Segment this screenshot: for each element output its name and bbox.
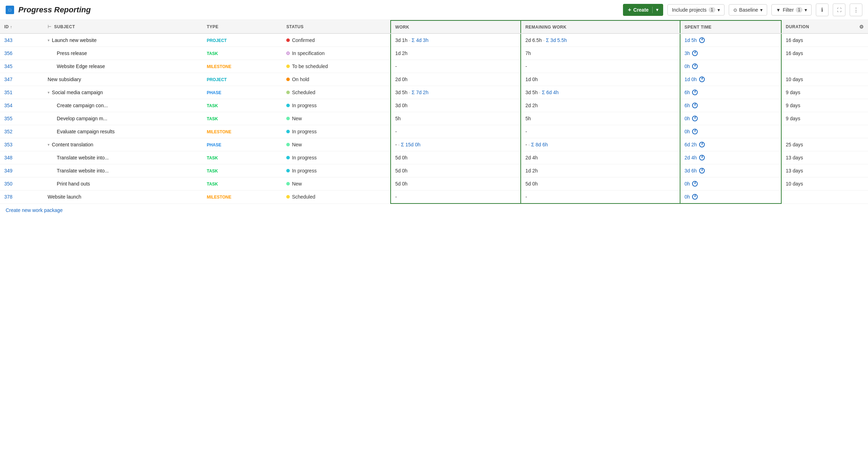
cell-type: MILESTONE — [202, 60, 282, 73]
expand-arrow[interactable]: ▾ — [48, 142, 50, 147]
th-duration[interactable]: DURATION ⚙ — [781, 20, 868, 34]
cell-status: In progress — [282, 125, 391, 138]
cell-spent: 0h — [680, 177, 781, 190]
clock-icon[interactable] — [699, 168, 705, 174]
cell-id[interactable]: 352 — [0, 125, 43, 138]
clock-icon[interactable] — [699, 37, 705, 43]
spent-link[interactable]: 1d 0h — [685, 77, 697, 82]
cell-id[interactable]: 350 — [0, 177, 43, 190]
cell-id[interactable]: 349 — [0, 164, 43, 177]
clock-icon[interactable] — [692, 63, 698, 69]
remaining-sigma[interactable]: Σ 6d 4h — [542, 90, 559, 95]
table-row: 350Print hand outsTASKNew5d 0h5d 0h0h10 … — [0, 177, 868, 190]
baseline-button[interactable]: ⊙ Baseline ▾ — [729, 4, 768, 16]
create-label: Create — [633, 7, 649, 13]
spent-link[interactable]: 6h — [685, 90, 690, 95]
clock-icon[interactable] — [692, 90, 698, 95]
subject-indent-icon: ⊢ — [48, 24, 51, 29]
subject-text: Translate website into... — [57, 168, 109, 174]
spent-link[interactable]: 2d 4h — [685, 155, 697, 160]
expand-arrow[interactable]: ▾ — [48, 38, 50, 43]
gear-icon[interactable]: ⚙ — [859, 24, 864, 30]
cell-work: 3d 5h · Σ 7d 2h — [391, 86, 521, 99]
cell-status: To be scheduled — [282, 60, 391, 73]
subject-text: Content translation — [52, 142, 93, 147]
clock-icon[interactable] — [692, 181, 698, 187]
cell-id[interactable]: 345 — [0, 60, 43, 73]
expand-arrow[interactable]: ▾ — [48, 90, 50, 95]
cell-subject: New subsidiary — [43, 73, 202, 86]
clock-icon[interactable] — [699, 142, 705, 147]
include-projects-chevron: ▾ — [717, 7, 720, 13]
type-label: PROJECT — [207, 77, 227, 82]
spent-link[interactable]: 3h — [685, 50, 690, 56]
th-spent[interactable]: SPENT TIME — [680, 20, 781, 34]
remaining-sigma[interactable]: Σ 3d 5.5h — [546, 37, 567, 43]
remaining-sigma[interactable]: Σ 8d 6h — [531, 142, 548, 147]
status-dot — [286, 117, 290, 120]
cell-duration — [781, 190, 868, 204]
fullscreen-button[interactable]: ⛶ — [833, 4, 845, 16]
cell-remaining: - — [521, 190, 680, 204]
spent-link[interactable]: 1d 5h — [685, 37, 697, 43]
status-dot — [286, 78, 290, 81]
cell-id[interactable]: 378 — [0, 190, 43, 204]
clock-icon[interactable] — [699, 155, 705, 160]
work-sigma[interactable]: Σ 7d 2h — [412, 90, 429, 95]
spent-link[interactable]: 6d 2h — [685, 142, 697, 147]
work-value: - — [395, 142, 397, 147]
th-remaining[interactable]: REMAINING WORK — [521, 20, 680, 34]
th-type[interactable]: TYPE — [202, 20, 282, 34]
cell-id[interactable]: 348 — [0, 151, 43, 164]
cell-id[interactable]: 356 — [0, 47, 43, 60]
work-sigma[interactable]: Σ 15d 0h — [401, 142, 420, 147]
status-dot — [286, 195, 290, 199]
filter-button[interactable]: ▼ Filter 1 ▾ — [771, 4, 812, 16]
clock-icon[interactable] — [692, 50, 698, 56]
create-new-work-package-link[interactable]: Create new work package — [0, 204, 868, 217]
cell-duration: 10 days — [781, 177, 868, 190]
spent-link[interactable]: 0h — [685, 194, 690, 200]
th-id[interactable]: ID ↑ — [0, 20, 43, 34]
cell-id[interactable]: 343 — [0, 34, 43, 47]
cell-duration: 9 days — [781, 86, 868, 99]
spent-link[interactable]: 0h — [685, 181, 690, 187]
cell-spent: 6h — [680, 99, 781, 112]
table-row: 353▾Content translationPHASENew- · Σ 15d… — [0, 138, 868, 151]
cell-id[interactable]: 353 — [0, 138, 43, 151]
cell-id[interactable]: 354 — [0, 99, 43, 112]
th-subject[interactable]: ⊢ SUBJECT — [43, 20, 202, 34]
cell-id[interactable]: 347 — [0, 73, 43, 86]
cell-id[interactable]: 351 — [0, 86, 43, 99]
work-sigma[interactable]: Σ 4d 3h — [412, 37, 429, 43]
spent-link[interactable]: 6h — [685, 103, 690, 108]
th-work[interactable]: WORK — [391, 20, 521, 34]
cell-subject: Print hand outs — [43, 177, 202, 190]
status-text: On hold — [292, 77, 309, 82]
clock-icon[interactable] — [692, 194, 698, 200]
include-projects-button[interactable]: Include projects 1 ▾ — [667, 4, 725, 16]
cell-type: TASK — [202, 99, 282, 112]
cell-work: - — [391, 190, 521, 204]
spent-link[interactable]: 0h — [685, 63, 690, 69]
more-button[interactable]: ⋮ — [850, 4, 862, 16]
spent-link[interactable]: 0h — [685, 116, 690, 121]
info-button[interactable]: ℹ — [816, 4, 829, 16]
clock-icon[interactable] — [692, 129, 698, 134]
th-status[interactable]: STATUS — [282, 20, 391, 34]
cell-type: MILESTONE — [202, 190, 282, 204]
clock-icon[interactable] — [692, 103, 698, 108]
cell-duration: 9 days — [781, 112, 868, 125]
cell-duration: 10 days — [781, 73, 868, 86]
cell-subject: Develop campaign m... — [43, 112, 202, 125]
create-button[interactable]: + Create ▾ — [623, 4, 663, 16]
remaining-value: 5d 0h — [525, 181, 538, 187]
clock-icon[interactable] — [699, 77, 705, 82]
table-row: 348Translate website into...TASKIn progr… — [0, 151, 868, 164]
cell-id[interactable]: 355 — [0, 112, 43, 125]
baseline-icon: ⊙ — [733, 7, 737, 13]
spent-link[interactable]: 3d 6h — [685, 168, 697, 174]
cell-remaining: 2d 2h — [521, 99, 680, 112]
clock-icon[interactable] — [692, 116, 698, 121]
spent-link[interactable]: 0h — [685, 129, 690, 134]
